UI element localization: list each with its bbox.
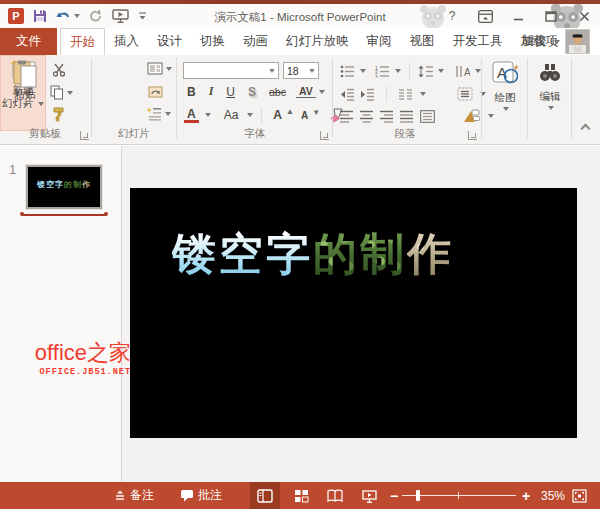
tab-design[interactable]: 设计 bbox=[148, 28, 191, 55]
comments-button[interactable]: 批注 bbox=[176, 482, 226, 509]
slide-title-char: 的 bbox=[313, 230, 358, 278]
editing-button[interactable]: 编辑 bbox=[531, 61, 569, 110]
align-text-icon[interactable] bbox=[457, 87, 473, 101]
tab-developer[interactable]: 开发工具 bbox=[444, 28, 512, 55]
ribbon-tab-row: 文件 开始 插入 设计 切换 动画 幻灯片放映 审阅 视图 开发工具 加载项 胡… bbox=[0, 28, 600, 55]
distribute-columns-icon[interactable] bbox=[420, 110, 435, 123]
tab-review[interactable]: 审阅 bbox=[358, 28, 401, 55]
drawing-dropdown-icon bbox=[503, 107, 509, 111]
columns-icon[interactable] bbox=[398, 88, 413, 101]
slide-title-char: 作 bbox=[407, 230, 452, 278]
ribbon-display-options-icon[interactable] bbox=[475, 7, 495, 25]
slide-layout-button[interactable] bbox=[147, 62, 172, 75]
paragraph-group-label: 段落 bbox=[370, 127, 440, 141]
reset-slide-button[interactable] bbox=[148, 85, 163, 99]
slide-thumbnail[interactable]: 镂空字的制作 bbox=[26, 165, 102, 209]
align-right-icon[interactable] bbox=[380, 110, 394, 123]
bullets-icon[interactable] bbox=[340, 65, 355, 78]
close-icon[interactable] bbox=[574, 7, 594, 25]
fit-slide-to-window-button[interactable] bbox=[566, 482, 592, 509]
font-size-value: 18 bbox=[287, 65, 299, 77]
notes-icon bbox=[114, 490, 126, 502]
text-shadow-button[interactable]: S bbox=[245, 85, 259, 99]
tab-transitions[interactable]: 切换 bbox=[191, 28, 234, 55]
font-name-combo[interactable] bbox=[183, 62, 279, 79]
smartart-icon[interactable] bbox=[463, 109, 480, 123]
increase-indent-icon[interactable] bbox=[360, 88, 375, 101]
svg-text:3: 3 bbox=[375, 73, 378, 78]
watermark-brand: office之家 bbox=[0, 342, 131, 364]
change-case-button[interactable]: Aa bbox=[221, 108, 242, 122]
layout-dropdown-icon bbox=[166, 67, 172, 71]
numbering-icon[interactable]: 123 bbox=[375, 65, 390, 78]
clipboard-dialog-launcher-icon[interactable] bbox=[80, 131, 89, 140]
bullets-dropdown-icon bbox=[360, 69, 366, 73]
align-center-icon[interactable] bbox=[360, 110, 374, 123]
help-icon[interactable]: ? bbox=[442, 7, 462, 25]
drawing-icon: A bbox=[492, 61, 518, 87]
section-dropdown-icon bbox=[165, 112, 171, 116]
find-binoculars-icon bbox=[538, 61, 562, 85]
paste-button[interactable]: 粘贴 bbox=[6, 60, 44, 107]
tab-home[interactable]: 开始 bbox=[60, 28, 105, 55]
slide-title-char: 镂 bbox=[172, 230, 217, 278]
copy-dropdown-icon bbox=[67, 91, 73, 95]
workspace: 1 镂空字的制作 office之家 OFFICE.JB51.NET 镂 空 字 … bbox=[0, 146, 600, 482]
reading-view-button[interactable] bbox=[320, 482, 350, 509]
grow-font-button[interactable]: A bbox=[270, 108, 285, 122]
font-size-combo[interactable]: 18 bbox=[283, 62, 319, 79]
window-controls: ? bbox=[442, 6, 594, 26]
slide-title-char: 空 bbox=[219, 230, 264, 278]
character-spacing-button[interactable]: AV bbox=[296, 85, 316, 98]
paste-icon bbox=[13, 60, 37, 88]
slide-sorter-view-button[interactable] bbox=[286, 482, 316, 509]
paste-dropdown-icon bbox=[23, 103, 29, 107]
format-painter-button[interactable] bbox=[52, 107, 66, 122]
ribbon-tabs: 开始 插入 设计 切换 动画 幻灯片放映 审阅 视图 开发工具 加载项 bbox=[60, 28, 567, 55]
tab-insert[interactable]: 插入 bbox=[105, 28, 148, 55]
slide-title-text[interactable]: 镂 空 字 的 制 作 bbox=[172, 230, 452, 278]
notes-button[interactable]: 备注 bbox=[110, 482, 158, 509]
tab-view[interactable]: 视图 bbox=[401, 28, 444, 55]
strikethrough-button[interactable]: abc bbox=[266, 86, 289, 98]
slide-title-char: 字 bbox=[266, 230, 311, 278]
slide-canvas[interactable]: 镂 空 字 的 制 作 bbox=[130, 188, 577, 438]
collapse-ribbon-icon[interactable] bbox=[582, 125, 589, 132]
zoom-in-button[interactable]: + bbox=[518, 482, 534, 509]
editing-dropdown-icon bbox=[548, 106, 554, 110]
line-spacing-icon[interactable] bbox=[418, 65, 433, 78]
italic-button[interactable]: I bbox=[206, 84, 217, 99]
user-area[interactable]: 胡俊 bbox=[522, 28, 590, 55]
zoom-level[interactable]: 35% bbox=[537, 482, 569, 509]
justify-icon[interactable] bbox=[400, 110, 414, 123]
underline-button[interactable]: U bbox=[223, 85, 238, 99]
tab-slideshow[interactable]: 幻灯片放映 bbox=[277, 28, 358, 55]
paragraph-dialog-launcher-icon[interactable] bbox=[468, 131, 477, 140]
slide-number: 1 bbox=[9, 162, 16, 177]
user-avatar[interactable] bbox=[565, 29, 590, 54]
tab-animations[interactable]: 动画 bbox=[234, 28, 277, 55]
maximize-icon[interactable] bbox=[541, 7, 561, 25]
zoom-slider-thumb[interactable] bbox=[416, 490, 420, 501]
slideshow-view-button[interactable] bbox=[354, 482, 384, 509]
shrink-font-button[interactable]: A bbox=[298, 110, 311, 121]
decrease-indent-icon[interactable] bbox=[340, 88, 355, 101]
bold-button[interactable]: B bbox=[184, 85, 199, 99]
minimize-icon[interactable] bbox=[508, 7, 528, 25]
title-bar: P 演示文稿1 - Microsoft PowerPoint ? bbox=[0, 4, 600, 28]
columns-dropdown-icon bbox=[420, 92, 426, 96]
cut-button[interactable] bbox=[52, 63, 67, 77]
smartart-dropdown-icon bbox=[488, 114, 494, 118]
normal-view-button[interactable] bbox=[250, 482, 280, 509]
change-case-dropdown-icon bbox=[247, 113, 253, 117]
text-direction-icon[interactable]: A bbox=[455, 65, 470, 78]
tab-file[interactable]: 文件 bbox=[0, 28, 57, 55]
drawing-button[interactable]: A 绘图 bbox=[486, 61, 524, 111]
copy-button[interactable] bbox=[50, 85, 73, 100]
font-color-button[interactable]: A bbox=[184, 108, 199, 123]
align-left-icon[interactable] bbox=[340, 110, 354, 123]
section-button[interactable] bbox=[146, 107, 171, 121]
zoom-out-button[interactable]: − bbox=[386, 482, 402, 509]
zoom-slider-midpoint bbox=[458, 492, 459, 499]
font-dialog-launcher-icon[interactable] bbox=[320, 131, 329, 140]
